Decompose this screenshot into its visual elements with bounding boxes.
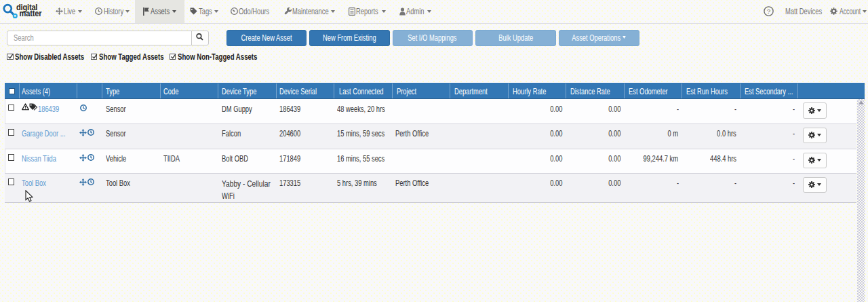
svg-text:?: ? — [767, 7, 770, 15]
